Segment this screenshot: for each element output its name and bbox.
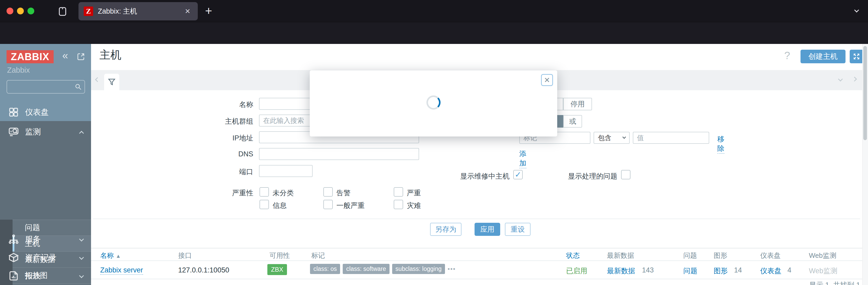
create-host-button[interactable]: 创建主机 [801, 50, 845, 63]
sort-asc-icon: ▲ [116, 253, 121, 259]
chevron-down-icon [79, 236, 84, 241]
tag-chip[interactable]: subclass: logging [392, 264, 445, 274]
sidebar-item-label: 报表 [25, 271, 41, 281]
screenshot-root: Z Zabbix: 主机 ✕ + [0, 0, 868, 285]
column-header-problems: 问题 [683, 251, 697, 260]
sidebar-collapse-icon[interactable]: « [62, 50, 68, 61]
host-status-link[interactable]: 已启用 [566, 266, 587, 276]
port-input[interactable] [259, 165, 313, 177]
severity-option: 未分类 [273, 188, 294, 198]
apply-button[interactable]: 应用 [474, 223, 500, 236]
column-header-name[interactable]: 名称 ▲ [100, 251, 121, 260]
severity-option: 灾难 [407, 201, 421, 210]
maintenance-checkbox[interactable]: ✓ [513, 170, 523, 179]
services-icon [8, 233, 19, 245]
check-icon: ✓ [515, 171, 521, 179]
kiosk-mode-button[interactable] [850, 50, 863, 63]
help-icon[interactable]: ? [784, 50, 790, 61]
suppressed-label: 显示处理的问题 [536, 171, 617, 181]
suppressed-checkbox[interactable] [621, 170, 630, 179]
tag-chip[interactable]: class: os [310, 264, 340, 274]
severity-checkbox-warning[interactable] [323, 187, 333, 197]
web-monitoring-disabled: Web监测 [809, 266, 837, 276]
latest-data-count: 143 [642, 266, 654, 274]
tab-close-icon[interactable]: ✕ [183, 6, 192, 17]
tag-logic-or[interactable]: 或 [563, 115, 582, 128]
monitoring-icon [8, 126, 19, 137]
sidebar-item-inventory[interactable]: 资产记录 [0, 248, 91, 267]
chevron-right-icon[interactable] [852, 76, 857, 81]
severity-checkbox-high[interactable] [394, 187, 403, 197]
page-scrollbar[interactable] [862, 44, 868, 285]
funnel-icon [107, 78, 116, 87]
browser-tab[interactable]: Z Zabbix: 主机 ✕ [79, 2, 198, 21]
host-name-link[interactable]: Zabbix server [100, 266, 143, 275]
firefox-view-icon[interactable] [57, 6, 68, 18]
list-all-tabs-icon[interactable] [854, 8, 859, 12]
page-title: 主机 [99, 48, 121, 62]
dashboards-link[interactable]: 仪表盘 [760, 266, 781, 276]
graphs-count: 14 [734, 266, 742, 274]
save-as-button[interactable]: 另存为 [430, 223, 462, 236]
graphs-link[interactable]: 图形 [714, 266, 728, 276]
filter-divider [93, 219, 860, 219]
sidebar-item-label: 监测 [25, 127, 41, 137]
severity-checkbox-information[interactable] [259, 200, 269, 209]
table-top-border [91, 248, 862, 248]
dns-label: DNS [201, 150, 253, 158]
column-header-tags: 标记 [311, 251, 325, 260]
browser-toolbar: 不安全 http://172.16.22.14/zabbix/zabbix.ph… [0, 22, 868, 44]
chevron-down-icon [79, 255, 84, 260]
column-header-status[interactable]: 状态 [566, 251, 580, 260]
problems-link[interactable]: 问题 [683, 266, 698, 276]
latest-data-link[interactable]: 最新数据 [607, 266, 635, 276]
server-name[interactable]: Zabbix [7, 66, 30, 74]
sidebar-item-dashboard[interactable]: 仪表盘 [0, 103, 91, 121]
severity-option: 告警 [336, 188, 350, 198]
severity-option: 信息 [273, 201, 287, 210]
monitoring-section: 监测 问题 主机 最新数据 拓扑图 自动发现 [0, 121, 91, 223]
search-icon [74, 83, 82, 91]
status-segment-disabled[interactable]: 停用 [563, 98, 592, 110]
tag-value-input[interactable]: 值 [633, 132, 709, 144]
dns-input[interactable] [259, 148, 419, 160]
sidebar-item-reports[interactable]: 报表 [0, 267, 91, 285]
tag-add-link[interactable]: 添加 [519, 149, 526, 168]
sidebar-hide-icon[interactable] [76, 52, 85, 62]
name-label: 名称 [201, 100, 253, 109]
tag-operator-select[interactable]: 包含 [594, 132, 630, 144]
close-icon: ✕ [544, 76, 550, 85]
filter-tab[interactable] [104, 74, 119, 90]
severity-option: 一般严重 [336, 201, 365, 210]
modal-close-button[interactable]: ✕ [541, 74, 553, 86]
sidebar-item-label: 资产记录 [25, 252, 57, 263]
macos-zoom-button[interactable] [28, 8, 34, 14]
severity-checkbox-disaster[interactable] [394, 200, 403, 209]
more-tags-icon[interactable]: ••• [447, 265, 456, 273]
macos-minimize-button[interactable] [17, 8, 24, 14]
host-groups-label: 主机群组 [201, 117, 253, 126]
severity-checkbox-not-classified[interactable] [259, 187, 269, 197]
tag-remove-link[interactable]: 移除 [717, 134, 724, 154]
chevron-left-icon[interactable] [95, 77, 100, 82]
sidebar-item-monitoring[interactable]: 监测 [0, 121, 91, 142]
sidebar-item-services[interactable]: 服务 [0, 230, 91, 248]
tag-value-placeholder: 值 [637, 133, 644, 142]
loading-modal: ✕ [310, 70, 557, 136]
new-tab-button[interactable]: + [205, 5, 212, 17]
sidebar-search-input[interactable] [6, 80, 85, 94]
zabbix-logo[interactable]: ZABBIX [6, 50, 54, 63]
table-row: Zabbix server 127.0.0.1:10050 ZBX class:… [91, 260, 862, 279]
macos-close-button[interactable] [6, 8, 13, 14]
host-interface: 127.0.0.1:10050 [178, 266, 229, 274]
zabbix-sidebar: ZABBIX « Zabbix 仪表盘 监测 问题 [0, 44, 91, 285]
tag-list: class: os class: software subclass: logg… [310, 264, 456, 274]
browser-tab-strip: Z Zabbix: 主机 ✕ + [0, 0, 868, 22]
scrollbar-thumb[interactable] [863, 46, 867, 140]
filter-collapse-icon[interactable] [838, 76, 843, 81]
reset-button[interactable]: 重设 [505, 223, 530, 236]
tag-chip[interactable]: class: software [343, 264, 389, 274]
maintenance-label: 显示维修中主机 [421, 171, 509, 181]
severity-checkbox-average[interactable] [323, 200, 333, 209]
column-header-interface: 接口 [178, 251, 192, 260]
